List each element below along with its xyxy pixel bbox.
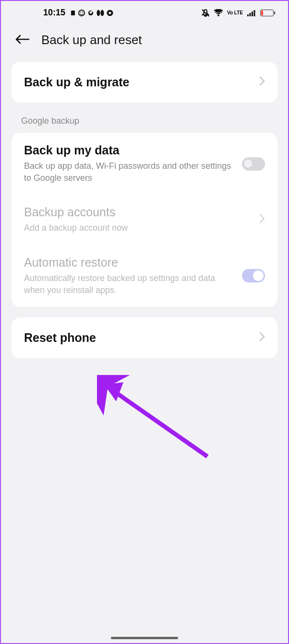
status-time: 10:15 <box>43 8 65 18</box>
automatic-restore-content: Automatic restore Automatically restore … <box>24 256 234 296</box>
svg-point-3 <box>82 12 83 12</box>
automatic-restore-toggle <box>242 269 265 282</box>
svg-point-7 <box>109 12 111 14</box>
automatic-restore-title: Automatic restore <box>24 256 234 269</box>
chevron-right-icon <box>259 332 265 344</box>
volte-icon: Vo LTE <box>227 11 243 15</box>
status-app-icons <box>70 10 113 16</box>
notification-icon-2 <box>78 10 85 16</box>
backup-accounts-item[interactable]: Backup accounts Add a backup account now <box>12 195 277 245</box>
backup-my-data-subtitle: Back up app data, Wi-Fi passwords and ot… <box>24 160 234 184</box>
status-right: Vo LTE <box>201 9 274 17</box>
status-bar: 10:15 Vo LTE <box>1 1 288 22</box>
backup-my-data-title: Back up my data <box>24 143 234 157</box>
back-arrow-icon[interactable] <box>15 32 30 47</box>
google-backup-card: Back up my data Back up app data, Wi-Fi … <box>12 133 277 307</box>
status-left: 10:15 <box>43 8 113 18</box>
backup-accounts-content: Backup accounts Add a backup account now <box>24 205 252 234</box>
svg-rect-9 <box>250 13 251 16</box>
chevron-right-icon <box>259 214 265 226</box>
wifi-icon <box>214 9 223 17</box>
svg-line-12 <box>111 389 207 457</box>
signal-icon <box>247 9 256 17</box>
home-indicator[interactable] <box>111 637 178 639</box>
mute-icon <box>201 9 210 17</box>
battery-icon <box>260 10 274 16</box>
svg-rect-8 <box>247 14 249 16</box>
annotation-arrow-icon <box>97 375 222 466</box>
automatic-restore-subtitle: Automatically restore backed up settings… <box>24 272 234 296</box>
backup-accounts-subtitle: Add a backup account now <box>24 222 252 234</box>
notification-icon-5 <box>107 10 113 16</box>
reset-phone-item[interactable]: Reset phone <box>12 317 277 358</box>
backup-my-data-item[interactable]: Back up my data Back up app data, Wi-Fi … <box>12 133 277 195</box>
reset-phone-card: Reset phone <box>12 317 277 358</box>
svg-point-4 <box>97 10 100 16</box>
automatic-restore-item: Automatic restore Automatically restore … <box>12 245 277 307</box>
notification-icon-3 <box>87 10 94 16</box>
svg-rect-11 <box>254 10 255 16</box>
notification-icon-4 <box>96 10 104 16</box>
chevron-right-icon <box>259 76 265 88</box>
section-google-label: Google backup <box>1 103 288 133</box>
header: Back up and reset <box>1 22 288 62</box>
reset-phone-title: Reset phone <box>24 331 96 345</box>
backup-migrate-title: Back up & migrate <box>24 75 130 89</box>
svg-point-2 <box>80 12 81 12</box>
backup-my-data-content: Back up my data Back up app data, Wi-Fi … <box>24 143 234 184</box>
svg-point-5 <box>101 10 104 16</box>
backup-migrate-card: Back up & migrate <box>12 62 277 103</box>
page-title: Back up and reset <box>41 33 142 47</box>
backup-my-data-toggle[interactable] <box>242 157 265 171</box>
backup-accounts-title: Backup accounts <box>24 205 252 219</box>
svg-rect-10 <box>252 12 253 16</box>
svg-rect-0 <box>71 11 75 15</box>
notification-icon-1 <box>70 10 76 16</box>
svg-point-1 <box>79 10 84 16</box>
backup-migrate-item[interactable]: Back up & migrate <box>12 62 277 103</box>
